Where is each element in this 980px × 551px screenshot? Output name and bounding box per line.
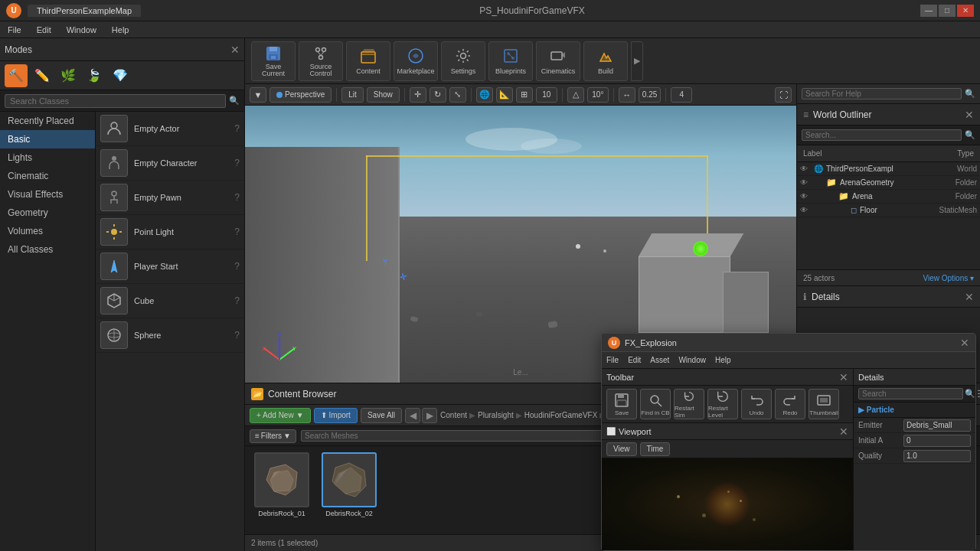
grid-value[interactable]: 4	[671, 87, 692, 103]
quality-value[interactable]: 1.0	[903, 450, 971, 462]
fx-redo-button[interactable]: Redo	[775, 389, 805, 419]
fx-menu-file[interactable]: File	[606, 356, 619, 364]
maximize-button[interactable]: □	[939, 5, 956, 17]
category-basic[interactable]: Basic	[0, 130, 95, 148]
lit-button[interactable]: Lit	[341, 87, 364, 103]
fx-menu-edit[interactable]: Edit	[628, 356, 641, 364]
outliner-item-world[interactable]: 👁 🌐 ThirdPersonExampl World	[797, 162, 980, 176]
build-button[interactable]: Build	[583, 41, 628, 81]
fx-search-input[interactable]	[858, 388, 963, 399]
category-volumes[interactable]: Volumes	[0, 222, 95, 240]
map-tab[interactable]: ThirdPersonExampleMap	[28, 5, 141, 17]
item-empty-pawn[interactable]: Empty Pawn ?	[96, 181, 244, 215]
fov-value[interactable]: 10	[536, 87, 557, 103]
filters-button[interactable]: ≡ Filters ▼	[250, 429, 296, 443]
details-close[interactable]: ✕	[965, 291, 974, 303]
cinematics-button[interactable]: Cinematics	[536, 41, 580, 81]
fx-scene[interactable]	[602, 458, 853, 550]
fx-restart-level-button[interactable]: Restart Level	[707, 389, 738, 419]
fx-view-button[interactable]: View	[606, 442, 637, 456]
settings-button[interactable]: Settings	[441, 41, 485, 81]
empty-pawn-help[interactable]: ?	[234, 192, 240, 203]
initial-a-value[interactable]: 0	[903, 435, 971, 447]
toolbar-more-button[interactable]: ▶	[631, 41, 643, 81]
fx-restart-sim-button[interactable]: Restart Sim	[674, 389, 704, 419]
fx-toolbar-close[interactable]: ✕	[839, 371, 848, 383]
category-all-classes[interactable]: All Classes	[0, 240, 95, 259]
fx-find-in-cb-button[interactable]: Find in CB	[640, 389, 671, 419]
nav-forward-button[interactable]: ▶	[422, 408, 437, 423]
world-outliner-close[interactable]: ✕	[965, 109, 974, 121]
category-visual-effects[interactable]: Visual Effects	[0, 185, 95, 204]
cube-help[interactable]: ?	[234, 295, 240, 306]
perspective-button[interactable]: Perspective	[270, 87, 332, 103]
blueprints-button[interactable]: Blueprints	[488, 41, 533, 81]
empty-actor-help[interactable]: ?	[234, 123, 240, 134]
fx-close-button[interactable]: ✕	[960, 337, 969, 349]
fx-save-button[interactable]: Save	[606, 389, 637, 419]
fx-menu-asset[interactable]: Asset	[650, 356, 669, 364]
scale-icon-2[interactable]: ↔	[619, 87, 635, 103]
mode-paint[interactable]: ✏️	[31, 64, 54, 87]
search-classes-input[interactable]	[5, 94, 226, 108]
point-light-help[interactable]: ?	[234, 227, 240, 237]
bc-houdiniforgamevfx[interactable]: HoudiniForGameVFX	[524, 411, 598, 419]
player-start-help[interactable]: ?	[234, 261, 240, 272]
rotate-icon[interactable]: ↻	[430, 87, 446, 103]
angle-value[interactable]: 10°	[587, 87, 609, 103]
empty-character-help[interactable]: ?	[234, 158, 240, 168]
source-control-button[interactable]: Source Control	[299, 41, 343, 81]
eye-icon-arena[interactable]: 👁	[800, 192, 811, 201]
viewport-options-button[interactable]: ▼	[250, 87, 266, 103]
world-local-icon[interactable]: 🌐	[476, 87, 493, 103]
category-geometry[interactable]: Geometry	[0, 204, 95, 222]
fx-time-button[interactable]: Time	[640, 442, 671, 456]
item-cube[interactable]: Cube ?	[96, 284, 244, 318]
help-search-input[interactable]	[802, 88, 962, 99]
import-button[interactable]: ⬆ Import	[314, 408, 358, 423]
marketplace-button[interactable]: Marketplace	[394, 41, 438, 81]
show-button[interactable]: Show	[367, 87, 400, 103]
asset-thumb-1[interactable]: DebrisRock_01	[251, 452, 312, 528]
emitter-value[interactable]: Debris_Small	[903, 419, 971, 432]
translate-icon[interactable]: ✛	[410, 87, 426, 103]
eye-icon-world[interactable]: 👁	[800, 165, 811, 173]
angle-icon[interactable]: △	[567, 87, 584, 103]
category-recently-placed[interactable]: Recently Placed	[0, 112, 95, 130]
category-lights[interactable]: Lights	[0, 148, 95, 167]
save-current-button[interactable]: Save Current	[251, 41, 296, 81]
mode-place[interactable]: 🔨	[5, 64, 28, 87]
fx-menu-window[interactable]: Window	[678, 356, 706, 364]
item-point-light[interactable]: Point Light ?	[96, 215, 244, 249]
fx-list-view-icon[interactable]: ☰	[977, 389, 980, 399]
maximize-vp-icon[interactable]: ⛶	[775, 87, 792, 103]
outliner-search-input[interactable]	[802, 129, 962, 141]
fx-menu-help[interactable]: Help	[715, 356, 731, 364]
close-button[interactable]: ✕	[957, 5, 974, 17]
view-options-button[interactable]: View Options ▾	[923, 274, 974, 282]
scale-value[interactable]: 0.25	[639, 87, 661, 103]
fx-viewport-close[interactable]: ✕	[839, 425, 848, 438]
asset-thumb-2[interactable]: DebrisRock_02	[318, 452, 380, 528]
item-empty-actor[interactable]: Empty Actor ?	[96, 112, 244, 146]
outliner-item-arena[interactable]: 👁 📁 Arena Folder	[797, 190, 980, 204]
menu-file[interactable]: File	[5, 24, 24, 35]
bc-content[interactable]: Content	[440, 411, 467, 419]
grid-icon[interactable]: ⊞	[516, 87, 533, 103]
fx-undo-button[interactable]: Undo	[741, 389, 772, 419]
content-button[interactable]: Content	[346, 41, 390, 81]
add-new-button[interactable]: + Add New ▼	[250, 408, 311, 423]
menu-edit[interactable]: Edit	[34, 24, 54, 35]
sphere-help[interactable]: ?	[234, 330, 240, 341]
nav-back-button[interactable]: ◀	[405, 408, 420, 423]
scale-icon[interactable]: ⤡	[449, 87, 466, 103]
surface-snapping-icon[interactable]: 📐	[496, 87, 513, 103]
save-all-button[interactable]: Save All	[361, 408, 402, 423]
item-sphere[interactable]: Sphere ?	[96, 318, 244, 353]
item-player-start[interactable]: Player Start ?	[96, 249, 244, 284]
menu-window[interactable]: Window	[64, 24, 100, 35]
minimize-button[interactable]: —	[920, 5, 937, 17]
eye-icon-floor[interactable]: 👁	[800, 206, 811, 214]
fx-thumbnail-button[interactable]: Thumbnail	[808, 389, 839, 419]
bc-pluralsight[interactable]: Pluralsight	[478, 411, 514, 419]
